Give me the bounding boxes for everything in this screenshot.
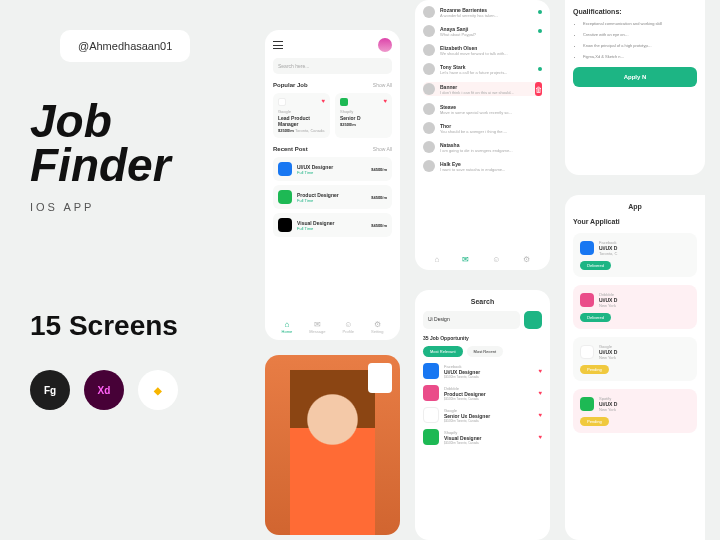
application-card[interactable]: GoogleUi/UX DNew York Pending bbox=[573, 337, 697, 381]
screen-count: 15 Screens bbox=[30, 310, 178, 342]
search-input[interactable]: Search here... bbox=[273, 58, 392, 74]
avatar bbox=[423, 122, 435, 134]
screen-job-detail: Qualifications: Exceptional communicatio… bbox=[565, 0, 705, 175]
qualification-item: Figma,Xd & Sketch n… bbox=[583, 54, 697, 59]
qualification-item: Exceptional communication and working sk… bbox=[583, 21, 697, 26]
message-item[interactable]: SteaveMove in some special work recently… bbox=[423, 103, 542, 115]
application-card[interactable]: SpotifyUi/UX DNew York Pending bbox=[573, 389, 697, 433]
xd-icon: Xd bbox=[84, 370, 124, 410]
apply-button[interactable]: Apply N bbox=[573, 67, 697, 87]
job-card[interactable]: ♥ GoogleLead Product Manager $2500/m Tor… bbox=[273, 93, 330, 138]
avatar bbox=[423, 44, 435, 56]
unread-dot bbox=[538, 67, 542, 71]
unread-dot bbox=[538, 29, 542, 33]
tab-home[interactable]: ⌂Home bbox=[282, 320, 293, 334]
message-item[interactable]: NatashaI am going to die in avengers end… bbox=[423, 141, 542, 153]
search-result[interactable]: GoogleSenior Ux Designer$4500/m Toronto,… bbox=[423, 407, 542, 423]
show-all-link[interactable]: Show All bbox=[373, 146, 392, 152]
job-row[interactable]: Visual DesignerFull Time$4500/m bbox=[273, 213, 392, 237]
tab-bar: ⌂Home ✉Message ☺Profile ⚙Setting bbox=[273, 320, 392, 334]
heart-icon[interactable]: ♥ bbox=[538, 390, 542, 396]
avatar bbox=[423, 83, 435, 95]
screen-search: Search Ui Design 35 Job Opportunity Most… bbox=[415, 290, 550, 540]
status-badge: Delivered bbox=[580, 313, 611, 322]
tab-profile[interactable]: ☺ bbox=[492, 255, 500, 264]
tab-setting[interactable]: ⚙ bbox=[523, 255, 530, 264]
heart-icon[interactable]: ♥ bbox=[538, 412, 542, 418]
screen-applications: App Your Applicati FacebookUi/UX DToront… bbox=[565, 195, 705, 540]
heart-icon[interactable]: ♥ bbox=[383, 98, 387, 106]
status-badge: Delivered bbox=[580, 261, 611, 270]
search-result[interactable]: FacebookUi/UX Designer$4500/m Toronto, C… bbox=[423, 363, 542, 379]
heart-icon[interactable]: ♥ bbox=[321, 98, 325, 106]
avatar[interactable] bbox=[378, 38, 392, 52]
search-field[interactable]: Ui Design bbox=[423, 311, 520, 329]
tab-message[interactable]: ✉Message bbox=[309, 320, 325, 334]
menu-icon[interactable] bbox=[273, 41, 283, 49]
avatar bbox=[423, 63, 435, 75]
show-all-link[interactable]: Show All bbox=[373, 82, 392, 88]
message-item[interactable]: BannerI don't think i can fit on this ui… bbox=[423, 82, 542, 96]
message-item[interactable]: Halk EyeI want to save natasha in endgam… bbox=[423, 160, 542, 172]
avatar bbox=[423, 25, 435, 37]
author-handle: @Ahmedhasaan01 bbox=[60, 30, 190, 62]
tab-profile[interactable]: ☺Profile bbox=[343, 320, 354, 334]
heart-icon[interactable]: ♥ bbox=[538, 368, 542, 374]
tab-recent[interactable]: Most Recent bbox=[467, 346, 503, 357]
qualification-item: Creative with an eye on… bbox=[583, 32, 697, 37]
unread-dot bbox=[538, 10, 542, 14]
tab-relevant[interactable]: Most Relevant bbox=[423, 346, 463, 357]
application-card[interactable]: FacebookUi/UX DToronto, C Delivered bbox=[573, 233, 697, 277]
job-row[interactable]: Product DesignerFull Time$4500/m bbox=[273, 185, 392, 209]
tab-setting[interactable]: ⚙Setting bbox=[371, 320, 383, 334]
screen-home: Search here... Popular JobShow All ♥ Goo… bbox=[265, 30, 400, 340]
status-badge: Pending bbox=[580, 417, 609, 426]
avatar bbox=[423, 6, 435, 18]
tab-home[interactable]: ⌂ bbox=[434, 255, 439, 264]
sketch-icon: ◆ bbox=[138, 370, 178, 410]
tab-message[interactable]: ✉ bbox=[462, 255, 469, 264]
avatar bbox=[423, 141, 435, 153]
search-result[interactable]: DribbbleProduct Designer$4500/m Toronto,… bbox=[423, 385, 542, 401]
filter-button[interactable] bbox=[524, 311, 542, 329]
search-result[interactable]: ShopifyVisual Designer$4500/m Toronto, C… bbox=[423, 429, 542, 445]
qualification-item: Know the principal of a high prototyp… bbox=[583, 43, 697, 48]
message-item[interactable]: Rozanne BarrientesA wonderful serenity h… bbox=[423, 6, 542, 18]
tool-icons: Fg Xd ◆ bbox=[30, 370, 178, 410]
message-item[interactable]: Elizabeth OlsenWe should move forward to… bbox=[423, 44, 542, 56]
delete-icon[interactable]: 🗑 bbox=[535, 82, 542, 96]
message-item[interactable]: Anaya SanjiWhat about Paypal? bbox=[423, 25, 542, 37]
message-item[interactable]: Tony StarkLet's have a call for a future… bbox=[423, 63, 542, 75]
screen-messages: Rozanne BarrientesA wonderful serenity h… bbox=[415, 0, 550, 270]
self-preview[interactable] bbox=[368, 363, 392, 393]
avatar bbox=[423, 160, 435, 172]
heart-icon[interactable]: ♥ bbox=[538, 434, 542, 440]
message-item[interactable]: ThorYou should be a avenger i thing the.… bbox=[423, 122, 542, 134]
job-row[interactable]: UI/UX DesignerFull Time$4500/m bbox=[273, 157, 392, 181]
application-card[interactable]: DribbbleUi/UX DNew York Delivered bbox=[573, 285, 697, 329]
avatar bbox=[423, 103, 435, 115]
hero-title: JobFinder IOS APP bbox=[30, 100, 171, 213]
screen-video-call bbox=[265, 355, 400, 535]
status-badge: Pending bbox=[580, 365, 609, 374]
job-card[interactable]: ♥ ShopifySenior D $2500/m bbox=[335, 93, 392, 138]
figma-icon: Fg bbox=[30, 370, 70, 410]
